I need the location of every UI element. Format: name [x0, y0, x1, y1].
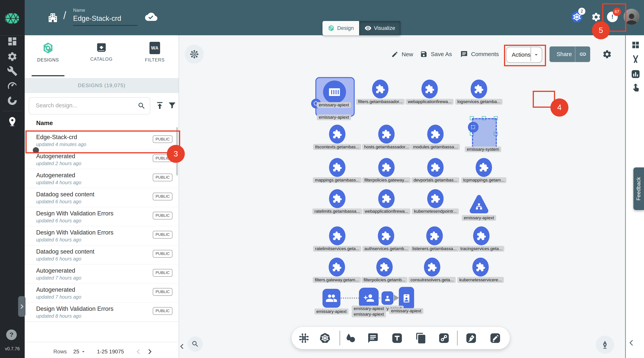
node-label: emissary-apiext — [462, 215, 496, 221]
node-crd[interactable] — [424, 258, 440, 277]
annotation-badge-3: 3 — [167, 145, 185, 163]
node-crd[interactable] — [329, 189, 346, 208]
feedback-tab[interactable]: Feedback — [634, 167, 644, 210]
zoom-button[interactable] — [188, 337, 203, 352]
node-group-emissary-apiext[interactable] — [315, 77, 355, 117]
sidebar-performance-icon[interactable] — [7, 80, 18, 90]
design-row[interactable]: Autogenerated updated 7 hours ago PUBLIC — [25, 284, 178, 303]
sidebar-expand-handle[interactable] — [18, 296, 26, 317]
node-label: tracingservices.geta... — [458, 246, 504, 252]
node-crd[interactable] — [427, 189, 444, 208]
node-crd[interactable] — [378, 189, 394, 208]
organization-building-icon[interactable] — [47, 12, 58, 23]
node-label: emissary-apiext — [317, 114, 351, 120]
design-row[interactable]: Autogenerated updated 7 hours ago PUBLIC — [25, 264, 178, 284]
touch-interact-icon[interactable] — [631, 83, 640, 93]
node-crd[interactable] — [476, 158, 492, 177]
settings-gear-icon[interactable] — [591, 12, 601, 22]
node-crd[interactable] — [329, 258, 345, 277]
node-label: kubernetesendpointr... — [412, 209, 459, 214]
node-label: modules.getambassa... — [411, 144, 460, 150]
new-button[interactable]: New — [391, 51, 413, 58]
help-button[interactable]: ? — [6, 330, 17, 340]
annotation-badge-4: 4 — [550, 98, 568, 117]
design-row[interactable]: Autogenerated updated 4 hours ago PUBLIC — [25, 169, 178, 188]
node-crd[interactable] — [472, 258, 489, 277]
panel-tab-catalog[interactable]: CATALOG — [85, 42, 118, 62]
node-crd[interactable] — [329, 158, 346, 177]
link-tool-icon[interactable] — [438, 332, 450, 344]
design-row[interactable]: Datadog seed content updated 6 hours ago… — [25, 188, 178, 207]
panel-tab-designs[interactable]: DESIGNS — [32, 42, 64, 63]
node-crd[interactable] — [426, 226, 443, 245]
node-crd[interactable] — [470, 80, 487, 98]
node-crd[interactable] — [427, 158, 444, 177]
design-row[interactable]: Datadog seed content updated 6 hours ago… — [25, 245, 178, 265]
node-team[interactable] — [322, 289, 340, 308]
node-crd[interactable] — [329, 226, 346, 245]
meshery-logo-icon[interactable] — [3, 10, 21, 26]
copy-rect-tool-icon[interactable] — [415, 332, 427, 344]
design-row[interactable]: Design With Validation Errors updated 6 … — [25, 226, 178, 246]
annotation-badge-5: 5 — [592, 21, 610, 39]
shapes-icon[interactable] — [345, 332, 356, 344]
node-crd[interactable] — [422, 80, 438, 98]
search-input[interactable] — [35, 102, 131, 109]
node-label: consulresolvers.geta... — [408, 277, 456, 283]
prev-page-icon[interactable] — [136, 349, 142, 355]
node-crd[interactable] — [329, 125, 346, 144]
drawing-mode-button[interactable] — [596, 336, 614, 354]
visibility-badge: PUBLIC — [153, 174, 172, 181]
components-circuit-icon[interactable] — [298, 332, 310, 344]
import-upload-icon[interactable] — [155, 101, 164, 110]
freehand-pencil-icon[interactable] — [490, 332, 501, 344]
tab-visualize[interactable]: Visualize — [359, 21, 400, 35]
mesh-layout-button[interactable] — [185, 45, 204, 64]
node-user-add[interactable] — [359, 288, 378, 309]
sidebar-location-pin-icon[interactable] — [7, 116, 18, 127]
design-updated: updated 2 hours ago — [36, 161, 81, 166]
share-button[interactable]: Share — [550, 46, 590, 62]
text-tool-icon[interactable] — [391, 332, 403, 344]
sidebar-dashboard-icon[interactable] — [7, 36, 18, 47]
pen-tool-icon[interactable] — [466, 332, 477, 344]
sidebar-lifecycle-icon[interactable] — [7, 51, 18, 62]
save-as-button[interactable]: Save As — [420, 50, 452, 58]
tab-design[interactable]: Design — [322, 21, 359, 35]
node-crd[interactable] — [372, 80, 388, 98]
panel-tab-filters[interactable]: WA FILTERS — [138, 42, 171, 63]
comments-button[interactable]: Comments — [460, 50, 499, 58]
analytics-chart-icon[interactable] — [631, 69, 640, 79]
node-crd[interactable] — [378, 226, 394, 245]
collapse-panel-chevron-icon[interactable] — [179, 343, 185, 350]
share-link-icon[interactable] — [579, 50, 586, 58]
rows-per-page-select[interactable]: 25 — [73, 349, 79, 355]
visibility-badge: PUBLIC — [153, 307, 172, 315]
design-name-input[interactable]: Edge-Stack-crd — [73, 14, 121, 22]
canvas-settings-gear-icon[interactable] — [602, 49, 612, 59]
design-row[interactable]: Design With Validation Errors updated 8 … — [25, 303, 178, 322]
next-page-icon[interactable] — [146, 349, 153, 355]
filter-funnel-icon[interactable] — [168, 101, 177, 110]
designs-count-header: DESIGNS (19,075) — [25, 78, 179, 93]
node-emissary-apiext-triangle[interactable] — [468, 194, 490, 216]
comment-tool-icon[interactable] — [367, 332, 379, 344]
node-label: ratelimits.getambassa... — [312, 209, 362, 214]
caret-down-icon[interactable] — [80, 349, 86, 355]
node-label: emissary-apiext — [314, 309, 349, 314]
node-crd[interactable] — [427, 125, 444, 144]
sidebar-extensions-icon[interactable] — [7, 95, 18, 106]
merge-branch-icon[interactable] — [631, 54, 640, 64]
dock-grid-icon[interactable] — [631, 41, 640, 49]
namespace-badge[interactable] — [468, 122, 478, 132]
kubernetes-helm-icon[interactable] — [319, 332, 331, 344]
node-user-small[interactable] — [382, 291, 394, 305]
node-crd[interactable] — [376, 258, 393, 277]
collapse-rail-chevron-icon[interactable] — [628, 339, 635, 346]
design-row[interactable]: Design With Validation Errors updated 6 … — [25, 207, 178, 226]
app-header: / Name Edge-Stack-crd Design Visualize 2… — [25, 0, 644, 35]
node-crd[interactable] — [378, 158, 394, 177]
sidebar-configuration-icon[interactable] — [7, 66, 18, 76]
search-icon[interactable] — [138, 102, 146, 110]
meshery-app: ? v0.7.76 / Name Edge-Stack-crd Design V… — [0, 0, 644, 358]
